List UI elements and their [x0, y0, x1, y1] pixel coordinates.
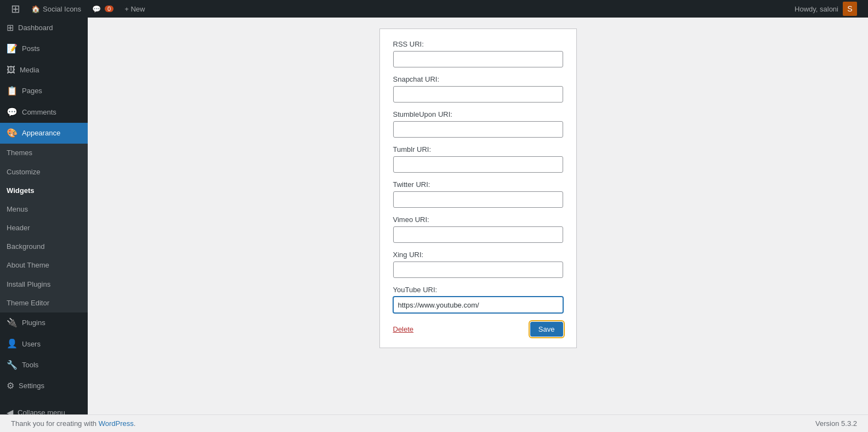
- rss-uri-field: RSS URI:: [393, 40, 563, 67]
- vimeo-uri-field: Vimeo URI:: [393, 215, 563, 243]
- form-actions: Delete Save: [393, 322, 563, 337]
- tools-icon: 🔧: [7, 359, 18, 371]
- menus-label: Menus: [7, 204, 28, 214]
- sidebar-item-label: Dashboard: [18, 23, 53, 33]
- sidebar-item-menus[interactable]: Menus: [0, 200, 88, 219]
- delete-link[interactable]: Delete: [393, 325, 414, 333]
- youtube-uri-input[interactable]: [393, 297, 563, 313]
- users-icon: 👤: [7, 338, 18, 350]
- xing-uri-label: Xing URI:: [393, 251, 563, 259]
- youtube-uri-label: YouTube URI:: [393, 286, 563, 294]
- background-label: Background: [7, 242, 44, 252]
- stumbleupon-uri-label: StumbleUpon URI:: [393, 110, 563, 118]
- header-label: Header: [7, 223, 30, 233]
- sidebar-item-background[interactable]: Background: [0, 237, 88, 256]
- pages-icon: 📋: [7, 85, 18, 97]
- posts-icon: 📝: [7, 43, 18, 55]
- sidebar-main-menu: ⊞ Dashboard 📝 Posts 🖼 Media 📋 Pages 💬 Co…: [0, 18, 88, 414]
- rss-uri-input[interactable]: [393, 51, 563, 67]
- howdy-text: Howdy, saloni: [795, 5, 838, 13]
- dashboard-icon: ⊞: [7, 22, 14, 34]
- about-theme-label: About Theme: [7, 260, 49, 270]
- appearance-icon: 🎨: [7, 127, 18, 139]
- media-icon: 🖼: [7, 64, 15, 76]
- twitter-uri-label: Twitter URI:: [393, 180, 563, 189]
- sidebar-item-label: Comments: [22, 107, 56, 117]
- sidebar-item-label: Plugins: [22, 318, 46, 328]
- sidebar-item-collapse[interactable]: ◀ Collapse menu: [0, 402, 88, 414]
- new-content-button[interactable]: + New: [119, 0, 150, 18]
- adminbar-right: Howdy, saloni S: [789, 2, 863, 16]
- site-name-button[interactable]: 🏠 Social Icons: [26, 0, 87, 18]
- save-button[interactable]: Save: [530, 322, 563, 337]
- stumbleupon-uri-field: StumbleUpon URI:: [393, 110, 563, 138]
- sidebar-item-posts[interactable]: 📝 Posts: [0, 38, 88, 59]
- admin-bar: ⊞ 🏠 Social Icons 💬 0 + New Howdy, saloni…: [0, 0, 868, 18]
- wp-logo-button[interactable]: ⊞: [5, 0, 26, 18]
- twitter-uri-field: Twitter URI:: [393, 180, 563, 208]
- comments-icon: 💬: [92, 5, 101, 13]
- rss-uri-label: RSS URI:: [393, 40, 563, 48]
- settings-icon: ⚙: [7, 380, 14, 392]
- main-layout: ⊞ Dashboard 📝 Posts 🖼 Media 📋 Pages 💬 Co…: [0, 18, 868, 414]
- comments-icon: 💬: [7, 106, 18, 118]
- snapchat-uri-label: Snapchat URI:: [393, 75, 563, 83]
- sidebar-item-label: Posts: [22, 44, 40, 54]
- snapchat-uri-field: Snapchat URI:: [393, 75, 563, 103]
- sidebar-item-about-theme[interactable]: About Theme: [0, 256, 88, 275]
- sidebar-item-widgets[interactable]: Widgets: [0, 181, 88, 200]
- sidebar-item-install-plugins[interactable]: Install Plugins: [0, 275, 88, 294]
- sidebar-item-label: Appearance: [22, 128, 60, 138]
- sidebar-item-tools[interactable]: 🔧 Tools: [0, 355, 88, 376]
- footer: Thank you for creating with WordPress. V…: [0, 414, 868, 432]
- xing-uri-field: Xing URI:: [393, 251, 563, 278]
- sidebar-item-media[interactable]: 🖼 Media: [0, 60, 88, 81]
- tumblr-uri-input[interactable]: [393, 156, 563, 173]
- sidebar: ⊞ Dashboard 📝 Posts 🖼 Media 📋 Pages 💬 Co…: [0, 18, 88, 414]
- sidebar-item-themes[interactable]: Themes: [0, 144, 88, 162]
- vimeo-uri-label: Vimeo URI:: [393, 215, 563, 224]
- sidebar-item-dashboard[interactable]: ⊞ Dashboard: [0, 18, 88, 38]
- sidebar-item-plugins[interactable]: 🔌 Plugins: [0, 312, 88, 333]
- customize-label: Customize: [7, 167, 40, 177]
- widgets-label: Widgets: [7, 186, 34, 196]
- sidebar-item-settings[interactable]: ⚙ Settings: [0, 376, 88, 396]
- xing-uri-input[interactable]: [393, 262, 563, 278]
- site-name-label: Social Icons: [43, 5, 81, 13]
- user-menu-button[interactable]: Howdy, saloni S: [789, 2, 863, 16]
- new-content-label: + New: [124, 5, 145, 13]
- tumblr-uri-field: Tumblr URI:: [393, 145, 563, 173]
- sidebar-item-appearance[interactable]: 🎨 Appearance: [0, 123, 88, 144]
- sidebar-item-label: Media: [20, 65, 39, 75]
- vimeo-uri-input[interactable]: [393, 226, 563, 243]
- collapse-icon: ◀: [7, 407, 13, 414]
- sidebar-item-theme-editor[interactable]: Theme Editor: [0, 294, 88, 312]
- sidebar-item-header[interactable]: Header: [0, 219, 88, 237]
- sidebar-item-label: Tools: [22, 360, 38, 370]
- themes-label: Themes: [7, 148, 32, 158]
- sidebar-item-users[interactable]: 👤 Users: [0, 333, 88, 354]
- sidebar-item-customize[interactable]: Customize: [0, 163, 88, 181]
- comments-button[interactable]: 💬 0: [87, 0, 119, 18]
- site-name-icon: 🏠: [31, 5, 40, 13]
- plugins-icon: 🔌: [7, 317, 18, 329]
- twitter-uri-input[interactable]: [393, 191, 563, 208]
- snapchat-uri-input[interactable]: [393, 86, 563, 103]
- sidebar-item-label: Pages: [22, 86, 42, 96]
- version-text: Version 5.3.2: [815, 419, 857, 428]
- comments-count: 0: [105, 5, 114, 12]
- sidebar-item-comments[interactable]: 💬 Comments: [0, 102, 88, 123]
- sidebar-item-label: Users: [22, 339, 41, 349]
- thank-you-text: Thank you for creating with: [11, 419, 99, 428]
- tumblr-uri-label: Tumblr URI:: [393, 145, 563, 154]
- content-area: RSS URI: Snapchat URI: StumbleUpon URI: …: [88, 18, 868, 414]
- user-avatar: S: [843, 2, 857, 16]
- footer-text: Thank you for creating with WordPress.: [11, 419, 135, 428]
- theme-editor-label: Theme Editor: [7, 298, 49, 308]
- stumbleupon-uri-input[interactable]: [393, 121, 563, 138]
- appearance-submenu: Themes Customize Widgets Menus Header Ba…: [0, 144, 88, 312]
- collapse-label: Collapse menu: [18, 408, 65, 414]
- install-plugins-label: Install Plugins: [7, 280, 50, 289]
- wordpress-link[interactable]: WordPress: [99, 419, 134, 428]
- sidebar-item-pages[interactable]: 📋 Pages: [0, 81, 88, 101]
